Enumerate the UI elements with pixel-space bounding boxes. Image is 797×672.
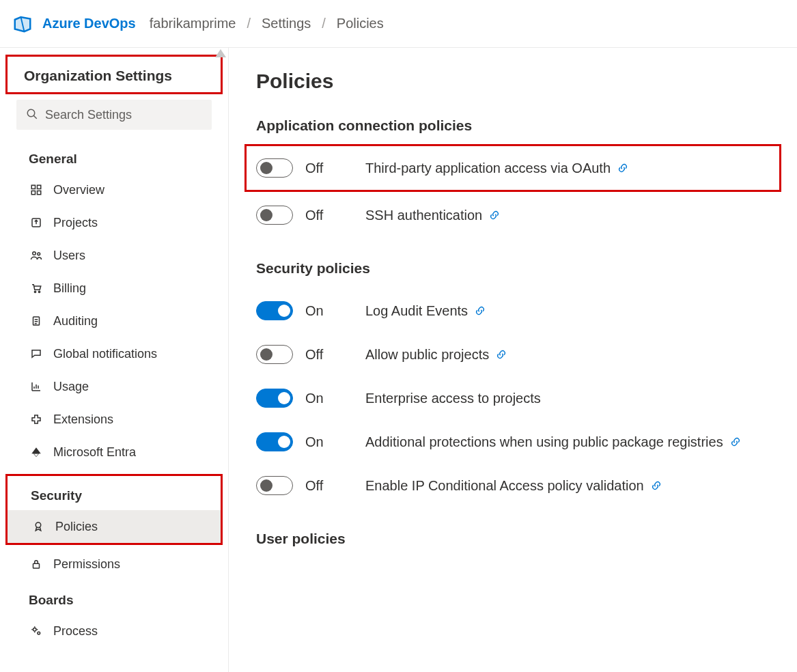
breadcrumb-settings[interactable]: Settings [262, 16, 311, 31]
sidebar-item-usage[interactable]: Usage [0, 370, 228, 403]
svg-rect-5 [38, 191, 41, 195]
sidebar-item-billing[interactable]: Billing [0, 272, 228, 305]
sidebar-item-microsoft-entra[interactable]: Microsoft Entra [0, 436, 228, 468]
policy-log-audit-row: On Log Audit Events [256, 289, 770, 333]
link-icon[interactable] [475, 305, 486, 316]
chart-icon [29, 380, 44, 393]
svg-point-12 [36, 522, 41, 528]
svg-point-8 [38, 253, 40, 255]
sidebar-item-projects[interactable]: Projects [0, 206, 228, 239]
sidebar-item-policies[interactable]: Policies [8, 510, 221, 543]
policy-enterprise-access-row: On Enterprise access to projects [256, 376, 770, 420]
sidebar-item-auditing[interactable]: Auditing [0, 305, 228, 337]
main-content: Policies Application connection policies… [229, 48, 797, 672]
dashboard-icon [29, 184, 44, 196]
search-settings-box[interactable] [16, 100, 212, 130]
policy-log-audit-label: Log Audit Events [365, 303, 468, 319]
policy-public-projects-state: Off [305, 347, 353, 363]
policy-package-registries-toggle[interactable] [256, 432, 293, 451]
sidebar-item-label: Permissions [53, 557, 120, 572]
sidebar-group-boards: Boards [0, 580, 228, 615]
breadcrumb-policies[interactable]: Policies [337, 16, 384, 31]
svg-line-1 [33, 115, 37, 119]
product-title[interactable]: Azure DevOps [42, 16, 136, 31]
cart-icon [29, 282, 44, 294]
sidebar-item-label: Policies [55, 520, 98, 534]
users-icon [29, 249, 44, 262]
breadcrumb-separator: / [242, 16, 255, 31]
clipboard-icon [29, 315, 44, 327]
sidebar-group-general: General [0, 139, 228, 173]
gears-icon [29, 625, 44, 637]
policy-enterprise-access-label: Enterprise access to projects [365, 391, 541, 406]
policy-ssh-state: Off [305, 208, 353, 223]
svg-rect-2 [31, 185, 35, 188]
sidebar-item-users[interactable]: Users [0, 239, 228, 272]
sidebar: Organization Settings General Overview [0, 48, 229, 672]
policy-ip-conditional-toggle[interactable] [256, 476, 293, 495]
link-icon[interactable] [730, 436, 741, 447]
policy-log-audit-state: On [305, 303, 353, 319]
link-icon[interactable] [617, 163, 628, 173]
svg-rect-4 [31, 191, 35, 195]
sidebar-item-permissions[interactable]: Permissions [0, 548, 228, 580]
svg-rect-3 [38, 185, 41, 188]
svg-point-14 [33, 628, 37, 632]
search-settings-input[interactable] [45, 108, 204, 122]
svg-rect-13 [33, 563, 40, 568]
policy-oauth-row: Off Third-party application access via O… [244, 144, 781, 192]
policy-enterprise-access-toggle[interactable] [256, 389, 293, 408]
policy-ssh-toggle[interactable] [256, 206, 293, 225]
policy-oauth-toggle[interactable] [256, 158, 293, 178]
svg-point-10 [38, 291, 40, 292]
sidebar-item-label: Microsoft Entra [53, 445, 136, 460]
policy-oauth-state: Off [305, 160, 353, 176]
svg-point-0 [27, 109, 35, 117]
policy-ip-conditional-label: Enable IP Conditional Access policy vali… [365, 478, 644, 494]
sidebar-item-label: Auditing [53, 314, 98, 328]
sidebar-item-label: Projects [53, 216, 98, 230]
chat-icon [29, 348, 44, 360]
link-icon[interactable] [496, 349, 507, 360]
sidebar-scrollbar[interactable] [214, 48, 227, 672]
puzzle-icon [29, 413, 44, 425]
sidebar-title-highlight: Organization Settings [5, 55, 223, 94]
export-icon [29, 216, 44, 229]
policy-package-registries-label: Additional protections when using public… [365, 434, 723, 450]
sidebar-item-label: Billing [53, 281, 86, 296]
search-icon [26, 108, 38, 122]
sidebar-item-label: Overview [53, 183, 104, 197]
sidebar-item-label: Process [53, 624, 98, 639]
sidebar-item-extensions[interactable]: Extensions [0, 403, 228, 436]
policy-public-projects-toggle[interactable] [256, 345, 293, 364]
sidebar-item-global-notifications[interactable]: Global notifications [0, 337, 228, 370]
svg-point-9 [34, 291, 36, 292]
breadcrumb-separator: / [318, 16, 330, 31]
policy-ssh-row: Off SSH authentication [256, 193, 770, 237]
ribbon-icon [31, 520, 46, 533]
policy-public-projects-row: Off Allow public projects [256, 333, 770, 376]
sidebar-item-overview[interactable]: Overview [0, 173, 228, 206]
link-icon[interactable] [651, 480, 662, 491]
section-app-connection-title: Application connection policies [256, 117, 770, 134]
policy-package-registries-state: On [305, 434, 353, 450]
sidebar-item-label: Extensions [53, 412, 113, 427]
sidebar-item-label: Usage [53, 380, 89, 394]
svg-point-15 [38, 632, 40, 634]
azure-devops-logo-icon [12, 14, 33, 34]
policy-ssh-label: SSH authentication [365, 208, 482, 223]
link-icon[interactable] [489, 210, 500, 221]
breadcrumb-org[interactable]: fabrikamprime [150, 16, 236, 31]
policy-ip-conditional-row: Off Enable IP Conditional Access policy … [256, 464, 770, 507]
sidebar-item-label: Users [53, 249, 85, 263]
policy-oauth-label: Third-party application access via OAuth [365, 160, 611, 176]
sidebar-group-security: Security [8, 476, 221, 510]
scroll-up-arrow-icon [215, 49, 226, 57]
policy-package-registries-row: On Additional protections when using pub… [256, 420, 770, 464]
sidebar-security-highlight: Security Policies [5, 474, 223, 545]
sidebar-item-process[interactable]: Process [0, 615, 228, 647]
policy-public-projects-label: Allow public projects [365, 347, 489, 363]
policy-log-audit-toggle[interactable] [256, 301, 293, 320]
topbar: Azure DevOps fabrikamprime / Settings / … [0, 0, 797, 48]
lock-icon [29, 558, 44, 570]
